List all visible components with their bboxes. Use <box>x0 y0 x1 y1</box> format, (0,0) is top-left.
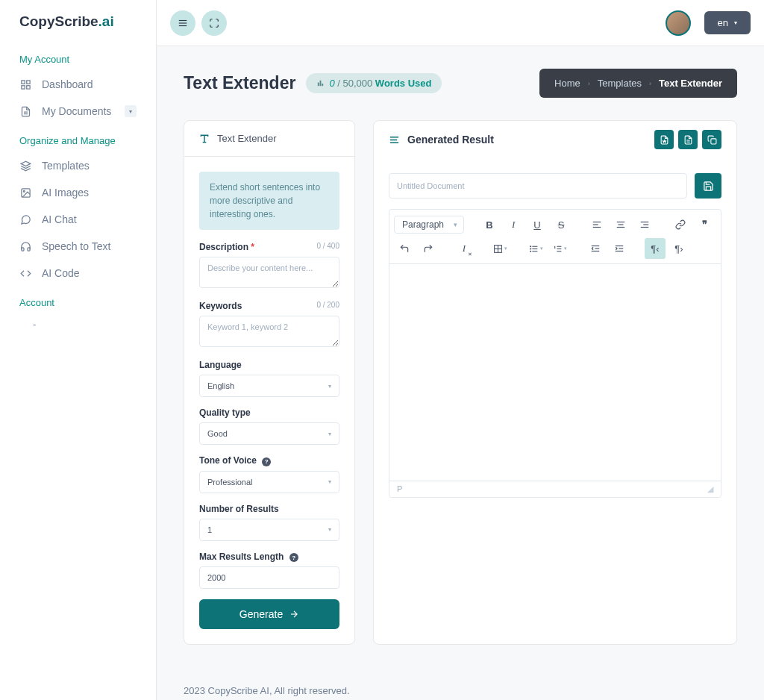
chevron-down-icon: ▾ <box>328 478 331 485</box>
export-txt-button[interactable] <box>678 130 698 149</box>
align-center-icon <box>616 219 626 230</box>
description-input[interactable] <box>199 257 339 288</box>
sidebar-item-images[interactable]: AI Images <box>19 179 137 206</box>
sidebar-item-speech[interactable]: Speech to Text <box>19 233 137 260</box>
usage-label: Words Used <box>375 78 432 89</box>
number-list-button[interactable] <box>549 238 570 259</box>
align-center-button[interactable] <box>610 214 631 235</box>
save-button[interactable] <box>695 173 721 199</box>
quote-button[interactable]: ❞ <box>694 214 715 235</box>
logo[interactable]: CopyScribe.ai <box>0 0 156 43</box>
sidebar-item-templates[interactable]: Templates <box>19 152 137 179</box>
indent-button[interactable] <box>609 238 630 259</box>
sidebar-item-label: AI Chat <box>42 213 77 225</box>
usage-sep: / 50,000 <box>335 78 375 89</box>
breadcrumb-templates[interactable]: Templates <box>598 78 642 89</box>
bold-button[interactable]: B <box>479 214 500 235</box>
num-results-label: Number of Results <box>199 504 279 514</box>
svg-rect-1 <box>26 80 29 83</box>
menu-toggle-button[interactable] <box>170 10 195 36</box>
text-icon <box>199 134 210 144</box>
code-icon <box>19 267 31 279</box>
lang-label: en <box>718 17 728 28</box>
select-value: Professional <box>207 478 253 487</box>
svg-rect-2 <box>21 85 24 88</box>
sidebar-acc-item[interactable]: - <box>19 314 137 334</box>
select-value: Paragraph <box>402 219 444 230</box>
list-bullet-icon <box>529 244 539 254</box>
underline-button[interactable]: U <box>527 214 548 235</box>
clear-format-button[interactable]: I✕ <box>454 238 475 259</box>
page-title: Text Extender <box>184 73 295 93</box>
editor-toolbar: Paragraph B I U S <box>389 210 721 264</box>
breadcrumb: Home › Templates › Text Extender <box>539 69 737 98</box>
editor-content[interactable] <box>389 264 721 481</box>
italic-button[interactable]: I <box>503 214 524 235</box>
chevron-down-icon: ▾ <box>328 383 331 390</box>
char-count: 0 / 200 <box>316 301 339 311</box>
align-left-button[interactable] <box>586 214 607 235</box>
help-icon[interactable]: ? <box>262 457 271 466</box>
info-note: Extend short sentences into more descrip… <box>199 172 339 230</box>
language-button[interactable]: en ▾ <box>704 11 751 34</box>
tone-select[interactable]: Professional▾ <box>199 471 339 493</box>
svg-marker-6 <box>21 161 31 166</box>
chevron-down-icon: ▾ <box>734 19 737 26</box>
sidebar-item-chat[interactable]: AI Chat <box>19 206 137 233</box>
copy-icon <box>707 135 717 145</box>
help-icon[interactable]: ? <box>289 553 298 562</box>
max-length-input[interactable] <box>199 566 339 589</box>
usage-badge: 0 / 50,000 Words Used <box>306 73 442 93</box>
rtl-button[interactable]: ¶› <box>668 238 689 259</box>
sidebar-item-label: Dashboard <box>42 78 93 90</box>
num-results-select[interactable]: 1▾ <box>199 519 339 541</box>
chat-icon <box>19 213 31 225</box>
language-label: Language <box>199 360 242 370</box>
ltr-button[interactable]: ¶‹ <box>645 238 666 259</box>
svg-point-40 <box>530 248 530 249</box>
svg-point-41 <box>530 251 530 251</box>
nav-section-organize: Organize and Manage <box>19 125 137 152</box>
svg-rect-23 <box>710 138 716 143</box>
table-button[interactable] <box>489 238 510 259</box>
bullet-list-button[interactable] <box>525 238 546 259</box>
keywords-input[interactable] <box>199 316 339 347</box>
strike-button[interactable]: S <box>551 214 572 235</box>
sidebar-item-label: Speech to Text <box>42 240 110 252</box>
resize-handle[interactable]: ◢ <box>707 484 713 494</box>
redo-button[interactable] <box>418 238 439 259</box>
avatar[interactable] <box>666 10 691 36</box>
usage-count: 0 <box>329 78 334 89</box>
fullscreen-button[interactable] <box>201 10 227 36</box>
export-word-button[interactable] <box>654 130 674 149</box>
panel-title: Text Extender <box>217 133 277 144</box>
paragraph-select[interactable]: Paragraph <box>394 216 464 234</box>
language-select[interactable]: English▾ <box>199 375 339 397</box>
sidebar-item-documents[interactable]: My Documents ▾ <box>19 98 137 125</box>
sidebar-item-dashboard[interactable]: Dashboard <box>19 71 137 98</box>
undo-button[interactable] <box>394 238 415 259</box>
svg-point-39 <box>530 246 530 246</box>
sidebar-item-label: Templates <box>42 160 90 172</box>
quality-select[interactable]: Good▾ <box>199 422 339 445</box>
outdent-button[interactable] <box>585 238 606 259</box>
footer-text: 2023 CopyScribe AI, All right reserved. <box>157 667 764 700</box>
select-value: English <box>207 381 234 390</box>
nav-section-acc: Account <box>19 287 137 314</box>
align-right-icon <box>639 219 650 230</box>
generate-label: Generate <box>239 608 283 620</box>
align-right-button[interactable] <box>634 214 655 235</box>
copy-button[interactable] <box>702 130 721 149</box>
generate-button[interactable]: Generate <box>199 599 339 629</box>
quality-label: Quality type <box>199 407 251 418</box>
maximize-icon <box>209 18 219 28</box>
document-name-input[interactable] <box>389 173 687 199</box>
sidebar-item-code[interactable]: AI Code <box>19 260 137 287</box>
select-value: 1 <box>207 525 212 534</box>
breadcrumb-home[interactable]: Home <box>554 78 580 89</box>
chevron-down-icon[interactable]: ▾ <box>125 105 137 117</box>
rich-editor: Paragraph B I U S <box>389 209 721 498</box>
link-button[interactable] <box>670 214 691 235</box>
required-marker: * <box>251 242 254 252</box>
nav-section-account: My Account <box>19 43 137 71</box>
